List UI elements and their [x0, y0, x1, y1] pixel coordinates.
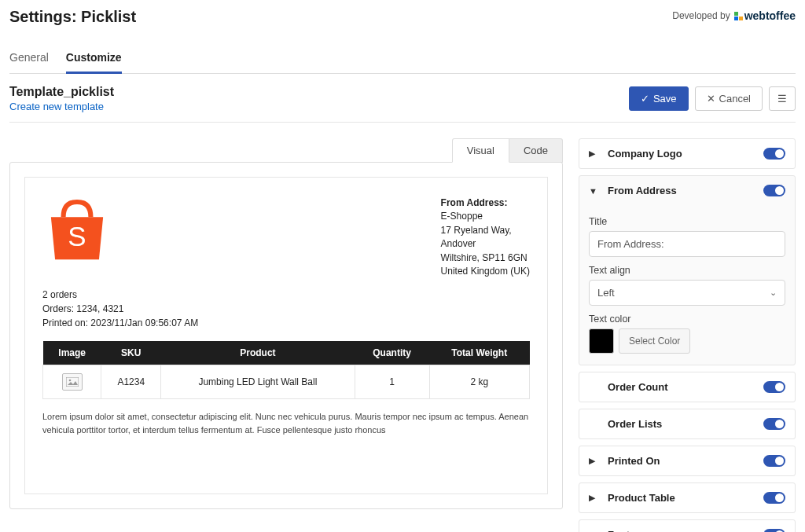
toggle-from-address[interactable] [763, 185, 785, 196]
template-name: Template_picklist [9, 85, 114, 99]
panel-header-from-address[interactable]: ▼ From Address [579, 176, 795, 205]
text-align-label: Text align [589, 265, 785, 276]
webtoffee-logo: webtoffee [734, 9, 796, 22]
cancel-button[interactable]: ✕ Cancel [695, 86, 763, 111]
tab-customize[interactable]: Customize [66, 45, 122, 74]
panel-printed-on: ▶ Printed On [579, 446, 796, 476]
chevron-right-icon: ▶ [589, 493, 600, 503]
page-title: Settings: Picklist [9, 8, 136, 26]
panel-from-address: ▼ From Address Title Text align Left ⌄ T… [579, 175, 796, 365]
panel-product-table: ▶ Product Table [579, 482, 796, 513]
create-template-link[interactable]: Create new template [9, 101, 104, 112]
footer-text: Lorem ipsum dolor sit amet, consectetur … [42, 410, 530, 436]
chevron-down-icon: ⌄ [770, 288, 777, 298]
view-tab-code[interactable]: Code [509, 138, 563, 163]
panel-header-footer[interactable]: ▶ Footer [579, 520, 795, 532]
toggle-printed-on[interactable] [763, 455, 785, 467]
order-count-text: 2 orders [42, 288, 530, 302]
panel-order-count: ▶ Order Count [579, 372, 796, 402]
color-swatch[interactable] [589, 328, 614, 354]
text-align-select[interactable]: Left ⌄ [589, 280, 785, 306]
image-placeholder-icon [62, 373, 83, 391]
panel-header-company-logo[interactable]: ▶ Company Logo [579, 139, 795, 168]
check-icon: ✓ [641, 93, 649, 105]
panel-header-order-lists[interactable]: ▶ Order Lists [579, 409, 795, 438]
chevron-right-icon: ▶ [589, 149, 600, 159]
close-icon: ✕ [707, 93, 715, 105]
chevron-right-icon: ▶ [589, 456, 600, 466]
panel-header-printed-on[interactable]: ▶ Printed On [579, 446, 795, 475]
toggle-footer[interactable] [763, 529, 785, 532]
menu-button[interactable]: ☰ [769, 86, 796, 111]
chevron-down-icon: ▼ [589, 186, 600, 196]
printed-on-text: Printed on: 2023/11/Jan 09:56:07 AM [42, 316, 530, 330]
developed-by: Developed by webtoffee [672, 9, 796, 22]
title-input[interactable] [589, 231, 785, 257]
main-tabs: General Customize [9, 45, 796, 74]
text-color-label: Text color [589, 314, 785, 325]
save-button[interactable]: ✓ Save [629, 86, 689, 111]
panel-footer: ▶ Footer [579, 519, 796, 532]
toggle-company-logo[interactable] [763, 148, 785, 160]
company-logo-icon: S [42, 196, 112, 261]
select-color-button[interactable]: Select Color [619, 328, 690, 354]
tab-general[interactable]: General [9, 45, 49, 73]
toggle-order-count[interactable] [763, 381, 785, 393]
hamburger-icon: ☰ [777, 93, 787, 105]
orders-text: Orders: 1234, 4321 [42, 302, 530, 316]
panel-company-logo: ▶ Company Logo [579, 138, 796, 169]
panel-order-lists: ▶ Order Lists [579, 409, 796, 439]
svg-text:S: S [68, 221, 86, 251]
panel-header-order-count[interactable]: ▶ Order Count [579, 372, 795, 402]
toggle-product-table[interactable] [763, 492, 785, 504]
preview-shell: S From Address: E-Shoppe 17 Ryeland Way,… [9, 162, 563, 509]
view-tab-visual[interactable]: Visual [452, 138, 509, 163]
toggle-order-lists[interactable] [763, 418, 785, 430]
product-table: Image SKU Product Quantity Total Weight [42, 341, 530, 399]
svg-rect-1 [66, 377, 79, 387]
preview-document: S From Address: E-Shoppe 17 Ryeland Way,… [24, 177, 548, 494]
from-address-block: From Address: E-Shoppe 17 Ryeland Way, A… [441, 196, 530, 278]
panel-header-product-table[interactable]: ▶ Product Table [579, 483, 795, 512]
table-row: A1234 Jumbing LED Light Wall Ball 1 2 kg [43, 365, 530, 399]
svg-point-2 [68, 380, 71, 382]
title-label: Title [589, 216, 785, 227]
